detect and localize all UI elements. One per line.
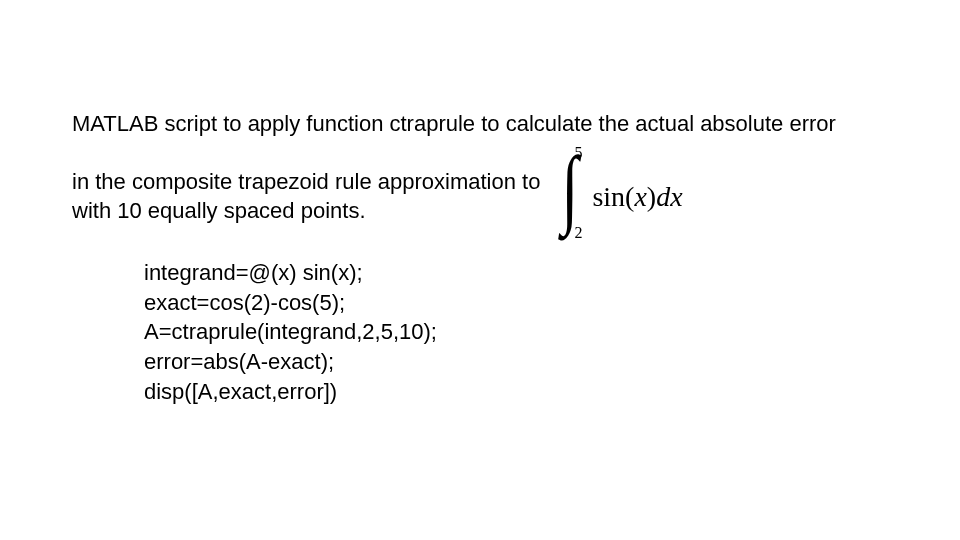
integral-var-x: x (634, 181, 646, 212)
integral-sin-prefix: sin( (592, 181, 634, 212)
code-line-2: exact=cos(2)-cos(5); (144, 288, 437, 318)
code-line-1: integrand=@(x) sin(x); (144, 258, 437, 288)
code-block: integrand=@(x) sin(x); exact=cos(2)-cos(… (144, 258, 437, 406)
integral-dx-d: d (656, 181, 670, 212)
intro-line-2-text: in the composite trapezoid rule approxim… (72, 168, 540, 225)
slide: MATLAB script to apply function ctraprul… (0, 0, 960, 540)
integral-body: sin(x)dx (592, 181, 682, 213)
integral-expression: ∫ 5 2 sin(x)dx (558, 158, 682, 236)
intro-line-2a: in the composite trapezoid rule approxim… (72, 169, 540, 194)
integral-upper-bound: 5 (574, 144, 582, 162)
intro-line-2b: with 10 equally spaced points. (72, 198, 366, 223)
intro-line-2-row: in the composite trapezoid rule approxim… (72, 158, 683, 236)
integral-close-paren: ) (647, 181, 656, 212)
integral-symbol: ∫ 5 2 (558, 158, 586, 236)
code-line-4: error=abs(A-exact); (144, 347, 437, 377)
intro-line-1: MATLAB script to apply function ctraprul… (72, 110, 836, 139)
integral-dx-x: x (670, 181, 682, 212)
code-line-3: A=ctraprule(integrand,2,5,10); (144, 317, 437, 347)
integral-lower-bound: 2 (574, 224, 582, 242)
code-line-5: disp([A,exact,error]) (144, 377, 437, 407)
